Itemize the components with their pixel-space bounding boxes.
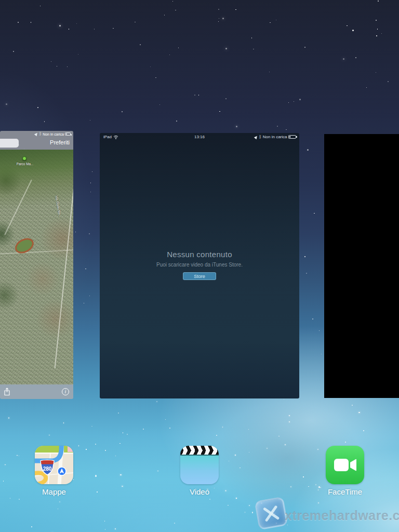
maps-status-bar: ᛒ Non in carica [35,132,71,136]
wifi-icon [113,135,118,139]
location-arrow-icon [34,132,38,136]
status-time: 13:16 [194,135,205,139]
battery-icon [65,132,71,136]
clapperboard-stripes [180,446,219,450]
empty-state-subtitle: Puoi scaricare video da iTunes Store. [100,262,299,268]
map-street-label: Via Giulio Be... [55,195,62,218]
battery-icon [288,135,296,139]
app-card-facetime-preview[interactable] [324,134,399,398]
clapperboard-stripes [180,450,219,455]
clapperboard-hinge [180,455,219,456]
video-camera-icon [326,446,364,484]
app-label-mappe: Mappe [31,487,77,496]
app-label-facetime: FaceTime [322,487,368,496]
store-button[interactable]: Store [183,272,216,280]
interstate-shield-number: 280 [43,466,52,472]
battery-status-text: Non in carica [263,135,287,139]
info-icon[interactable]: i [62,388,69,395]
map-road [4,180,32,235]
bluetooth-icon: ᛒ [39,132,42,136]
empty-state-title: Nessun contenuto [100,250,299,259]
app-card-maps[interactable]: ᛒ Non in carica Preferiti Parco Ma... Vi… [0,131,73,399]
map-pin-icon [22,156,26,161]
favorites-button[interactable]: Preferiti [50,139,70,145]
search-input[interactable] [0,139,19,148]
maps-nav-bar: ᛒ Non in carica Preferiti [0,131,73,150]
location-arrow-icon [254,135,258,139]
video-app-icon [180,446,219,484]
map-road [55,146,73,368]
watermark-logo [255,497,288,530]
map-satellite-preview: Parco Ma... Via Giulio Be... [0,150,73,384]
share-icon[interactable] [4,388,10,398]
switcher-app-video[interactable]: Video [176,446,223,496]
switcher-app-mappe[interactable]: 280 Mappe [31,446,77,496]
app-label-video: Video [176,487,223,496]
device-label: iPad [103,135,112,139]
map-park-label: Parco Ma... [8,163,42,166]
maps-app-icon: 280 [35,446,73,484]
bluetooth-icon: ᛒ [259,135,262,139]
facetime-app-icon [326,446,364,484]
app-card-videos[interactable]: iPad 13:16 ᛒ Non in carica Nessun conten… [100,133,299,398]
battery-status-text: Non in carica [43,132,64,136]
video-status-bar: iPad 13:16 ᛒ Non in carica [100,133,299,141]
switcher-app-facetime[interactable]: FaceTime [322,446,368,496]
map-road [0,249,73,254]
watermark-text: xtremehardware.com [285,508,399,523]
maps-toolbar: i [0,384,73,399]
